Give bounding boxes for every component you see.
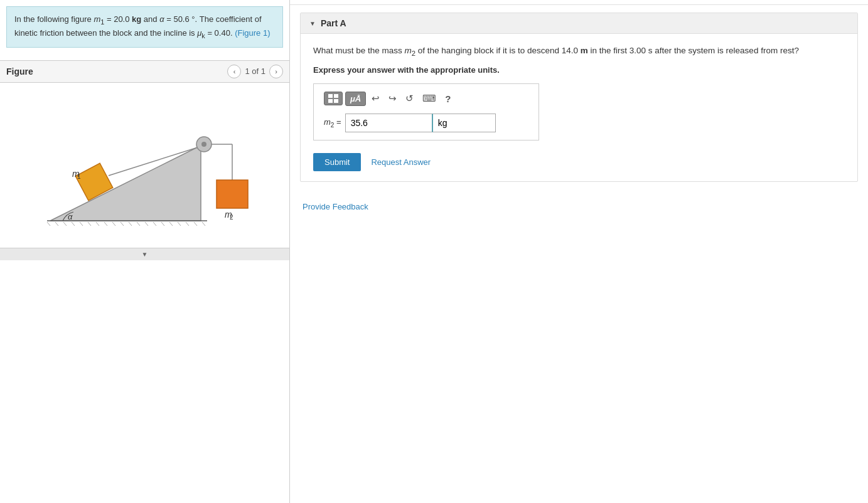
svg-line-31 (194, 222, 197, 226)
top-bar (290, 0, 868, 5)
right-panel: ▼ Part A What must be the mass m2 of the… (290, 0, 868, 503)
physics-diagram: m 1 m 2 (13, 89, 257, 240)
answer-box: μÅ ↩ ↪ ↺ ⌨ ? m2 = (313, 83, 539, 140)
action-row: Submit Request Answer (313, 153, 845, 171)
value-input[interactable] (345, 114, 433, 132)
problem-text: In the following figure m1 = 20.0 kg and… (14, 14, 262, 38)
figure-nav: ‹ 1 of 1 › (227, 65, 283, 78)
svg-line-18 (88, 222, 91, 226)
undo-button[interactable]: ↩ (368, 92, 383, 105)
svg-line-25 (145, 222, 148, 226)
svg-marker-0 (50, 146, 201, 221)
keyboard-button[interactable]: ⌨ (419, 92, 439, 105)
question-text: What must be the mass m2 of the hanging … (313, 44, 845, 59)
svg-line-32 (202, 222, 205, 226)
figure-count: 1 of 1 (245, 66, 265, 76)
problem-statement: In the following figure m1 = 20.0 kg and… (6, 6, 283, 48)
part-header: ▼ Part A (301, 13, 857, 34)
svg-line-28 (169, 222, 173, 226)
svg-line-15 (63, 222, 67, 226)
svg-line-26 (153, 222, 156, 226)
help-button[interactable]: ? (442, 92, 454, 105)
figure-section: Figure ‹ 1 of 1 › (0, 60, 289, 503)
left-panel: In the following figure m1 = 20.0 kg and… (0, 0, 290, 503)
svg-line-21 (112, 222, 115, 226)
svg-text:α: α (68, 212, 73, 221)
mu-button[interactable]: μÅ (345, 92, 366, 106)
reset-button[interactable]: ↺ (402, 92, 417, 105)
svg-text:1: 1 (77, 173, 81, 180)
svg-line-22 (121, 222, 124, 226)
svg-text:2: 2 (230, 214, 233, 221)
unit-input[interactable] (433, 114, 496, 132)
figure-prev-button[interactable]: ‹ (227, 65, 241, 78)
svg-line-14 (55, 222, 58, 226)
express-text: Express your answer with the appropriate… (313, 65, 845, 75)
svg-line-27 (161, 222, 164, 226)
svg-line-20 (104, 222, 107, 226)
svg-point-6 (201, 142, 206, 147)
scroll-down-arrow[interactable]: ▼ (0, 248, 289, 260)
figure-link[interactable]: (Figure 1) (235, 28, 270, 38)
figure-header: Figure ‹ 1 of 1 › (0, 61, 289, 83)
collapse-arrow[interactable]: ▼ (309, 20, 316, 27)
svg-line-23 (129, 222, 132, 226)
answer-toolbar: μÅ ↩ ↪ ↺ ⌨ ? (324, 92, 528, 106)
svg-line-16 (72, 222, 75, 226)
variable-label: m2 = (324, 117, 341, 129)
provide-feedback-link[interactable]: Provide Feedback (303, 202, 868, 211)
part-content: What must be the mass m2 of the hanging … (301, 34, 857, 181)
figure-svg: m 1 m 2 (0, 83, 270, 248)
svg-line-19 (96, 222, 99, 226)
part-title: Part A (321, 18, 346, 28)
svg-line-30 (186, 222, 189, 226)
figure-canvas: m 1 m 2 (0, 83, 289, 503)
input-row: m2 = (324, 114, 528, 132)
request-answer-link[interactable]: Request Answer (371, 157, 431, 167)
template-button[interactable] (324, 92, 343, 105)
part-a-section: ▼ Part A What must be the mass m2 of the… (300, 13, 858, 182)
svg-line-17 (80, 222, 83, 226)
figure-next-button[interactable]: › (269, 65, 283, 78)
svg-line-29 (178, 222, 181, 226)
submit-button[interactable]: Submit (313, 153, 361, 171)
svg-rect-9 (217, 180, 248, 208)
svg-line-13 (47, 222, 50, 226)
svg-line-24 (137, 222, 140, 226)
figure-title: Figure (6, 66, 33, 77)
redo-button[interactable]: ↪ (385, 92, 400, 105)
